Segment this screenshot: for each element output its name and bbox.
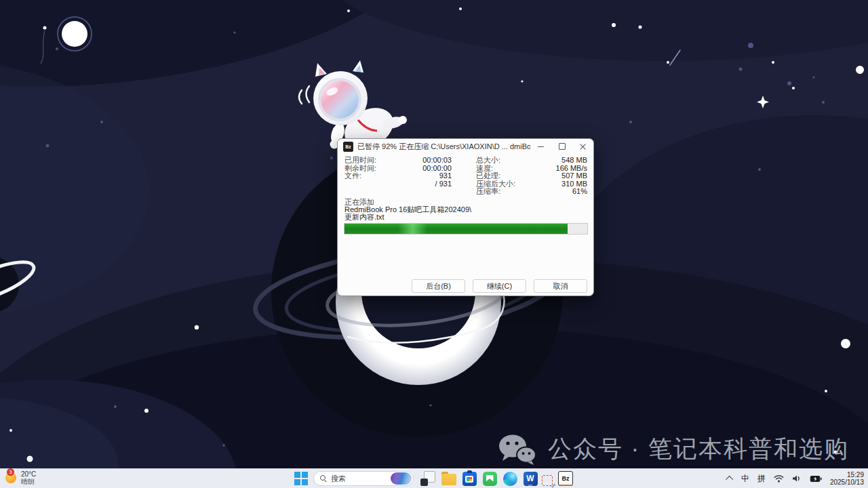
screenshot-tool-icon: ✂ bbox=[542, 475, 553, 486]
weather-widget[interactable]: 3 20°C 晴朗 bbox=[5, 470, 36, 485]
continue-button[interactable]: 继续(C) bbox=[473, 279, 526, 293]
sun-icon: 3 bbox=[5, 472, 16, 483]
store-icon bbox=[462, 472, 477, 486]
minimize-button[interactable] bbox=[530, 139, 551, 154]
wechat-icon bbox=[498, 434, 537, 465]
progress-bar bbox=[344, 223, 588, 235]
clock[interactable]: 15:29 2025/10/13 bbox=[830, 471, 864, 487]
bandizip-taskbar-button[interactable]: Bz bbox=[557, 470, 574, 487]
stat-elapsed-time: 已用时间:00:00:03 bbox=[344, 157, 452, 165]
weather-condition: 晴朗 bbox=[21, 478, 36, 485]
word-running-indicator bbox=[528, 485, 533, 487]
watermark-text: 公众号 · 笔记本科普和选购 bbox=[548, 433, 849, 465]
stat-ratio: 压缩率:61% bbox=[476, 188, 587, 196]
ime-mode-indicator[interactable]: 拼 bbox=[757, 473, 766, 485]
close-icon bbox=[580, 144, 586, 150]
tray-date: 2025/10/13 bbox=[830, 479, 864, 487]
volume-icon[interactable] bbox=[792, 474, 802, 483]
screenshot-tool-button[interactable]: ✂ bbox=[541, 474, 553, 487]
compression-stats: 已用时间:00:00:03 剩余时间:00:00:00 文件:931 / 931… bbox=[344, 157, 587, 196]
file-explorer-button[interactable] bbox=[441, 470, 457, 487]
task-view-button[interactable] bbox=[420, 470, 436, 487]
scissors-icon: ✂ bbox=[549, 481, 557, 488]
current-file-path: RedmiBook Pro 16贴吧工具箱202409\ 更新内容.txt bbox=[344, 206, 471, 220]
taskbar: 3 20°C 晴朗 搜索 bbox=[0, 468, 868, 488]
bandizip-app-icon: Bz bbox=[343, 142, 353, 152]
windows-logo-icon bbox=[294, 472, 308, 485]
bandizip-active-indicator bbox=[559, 485, 572, 487]
edge-browser-button[interactable] bbox=[502, 470, 518, 487]
microsoft-store-button[interactable] bbox=[461, 470, 477, 487]
start-button[interactable] bbox=[293, 470, 309, 487]
maximize-button[interactable] bbox=[551, 139, 572, 154]
progress-fill bbox=[344, 224, 568, 234]
edge-icon bbox=[503, 472, 517, 486]
desktop: 公众号 · 笔记本科普和选购 Bz 已暂停 92% 正在压缩 C:\Users\… bbox=[0, 0, 868, 488]
minimize-icon bbox=[538, 146, 544, 147]
moon bbox=[58, 17, 92, 51]
background-button[interactable]: 后台(B) bbox=[412, 279, 465, 293]
stat-total-size: 总大小:548 MB bbox=[476, 157, 587, 165]
search-daily-image bbox=[391, 472, 412, 485]
search-icon bbox=[320, 475, 327, 482]
stat-files-total: / 931 bbox=[344, 180, 452, 188]
dialog-buttons: 后台(B) 继续(C) 取消 bbox=[412, 279, 587, 293]
tray-time: 15:29 bbox=[847, 471, 864, 479]
word-button[interactable]: W bbox=[522, 470, 538, 487]
search-box[interactable]: 搜索 bbox=[313, 471, 414, 486]
ime-language-indicator[interactable]: 中 bbox=[741, 473, 749, 485]
bandizip-progress-dialog: Bz 已暂停 92% 正在压缩 C:\Users\XIAOXIN\D ... d… bbox=[337, 138, 594, 296]
task-view-icon bbox=[420, 471, 435, 486]
wifi-icon[interactable] bbox=[774, 474, 784, 483]
current-file-line2: 更新内容.txt bbox=[344, 213, 384, 221]
weather-badge: 3 bbox=[7, 468, 14, 476]
green-app-button[interactable] bbox=[481, 470, 498, 487]
word-icon: W bbox=[524, 472, 538, 486]
dialog-titlebar[interactable]: Bz 已暂停 92% 正在压缩 C:\Users\XIAOXIN\D ... d… bbox=[338, 139, 593, 154]
weather-temperature: 20°C bbox=[21, 470, 36, 478]
battery-icon[interactable] bbox=[810, 475, 822, 483]
folder-icon bbox=[441, 474, 456, 485]
cancel-button[interactable]: 取消 bbox=[534, 279, 587, 293]
search-placeholder: 搜索 bbox=[331, 474, 391, 484]
close-button[interactable] bbox=[572, 139, 593, 154]
dialog-title: 已暂停 92% 正在压缩 C:\Users\XIAOXIN\D ... dmiB… bbox=[357, 142, 530, 152]
wechat-watermark: 公众号 · 笔记本科普和选购 bbox=[498, 433, 849, 465]
maximize-icon bbox=[559, 143, 566, 150]
green-app-icon bbox=[483, 472, 497, 486]
hidden-icons-chevron-icon[interactable] bbox=[726, 476, 733, 483]
system-tray: 中 拼 15:29 2025/10/13 bbox=[728, 469, 864, 488]
